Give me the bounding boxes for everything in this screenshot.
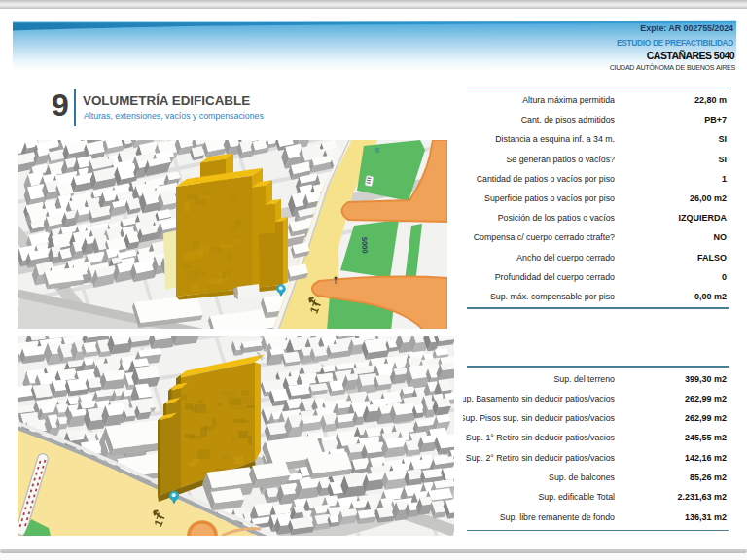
svg-text:5000: 5000	[360, 237, 370, 254]
svg-text:M: M	[374, 148, 380, 153]
